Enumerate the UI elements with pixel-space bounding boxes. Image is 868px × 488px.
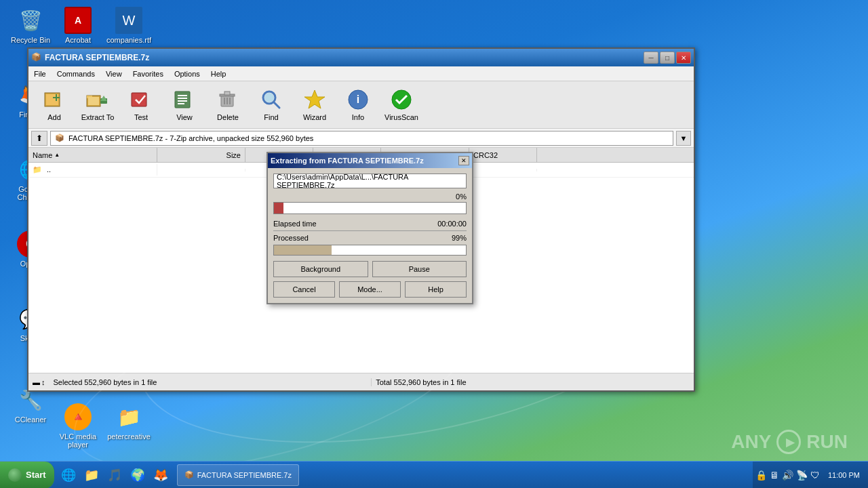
- virusscan-icon: [389, 87, 414, 112]
- 7zip-icon: 📦: [31, 52, 42, 63]
- status-left: Selected 552,960 bytes in 1 file: [50, 378, 372, 386]
- divider-1: [273, 230, 467, 231]
- desktop-icon-vlc[interactable]: 🔺 VLC media player: [54, 403, 102, 449]
- address-dropdown[interactable]: ▼: [676, 131, 691, 146]
- find-icon: [259, 87, 283, 112]
- view-button[interactable]: View: [164, 84, 205, 126]
- menu-commands[interactable]: Commands: [52, 68, 100, 79]
- elapsed-value: 00:00:00: [437, 220, 467, 228]
- help-button[interactable]: Help: [405, 281, 467, 298]
- tray-network-icon[interactable]: 🔒: [755, 470, 767, 481]
- mode-button[interactable]: Mode...: [339, 281, 401, 298]
- extract-to-button[interactable]: Extract To: [77, 84, 118, 126]
- taskbar-item-7zip[interactable]: 📦 FACTURA SEPTIEMBRE.7z: [177, 464, 299, 486]
- svg-text:i: i: [357, 94, 359, 105]
- extract-to-label: Extract To: [81, 113, 115, 121]
- progress-percent-label: 0%: [273, 192, 467, 201]
- svg-rect-9: [132, 93, 146, 106]
- quick-launch: 🌐 📁 🎵 🌍 🦊: [55, 464, 174, 486]
- svg-rect-3: [56, 94, 57, 101]
- vlc-label: VLC media player: [54, 432, 102, 449]
- companies-icon: W: [115, 7, 142, 34]
- desktop-icon-companies[interactable]: W companies.rtf: [105, 7, 153, 44]
- maximize-button[interactable]: □: [660, 52, 675, 64]
- menu-file[interactable]: File: [28, 68, 52, 79]
- desktop-icon-ccleaner[interactable]: 🔧 CCleaner: [7, 386, 54, 424]
- acrobat-icon: A: [64, 7, 92, 34]
- menubar: File Commands View Favorites Options Hel…: [28, 66, 694, 81]
- elapsed-row: Elapsed time 00:00:00: [273, 220, 467, 228]
- svg-rect-6: [88, 97, 99, 105]
- dialog-close-button[interactable]: ✕: [458, 156, 469, 165]
- column-size[interactable]: Size: [157, 148, 245, 162]
- desktop-icon-recycle-bin[interactable]: 🗑️ Recycle Bin: [7, 7, 54, 44]
- minimize-button[interactable]: ─: [644, 52, 658, 64]
- sort-arrow: ▲: [54, 152, 60, 158]
- dialog-buttons-row1: Background Pause: [273, 261, 467, 277]
- acrobat-label: Acrobat: [65, 36, 91, 44]
- extract-to-icon: [85, 87, 110, 112]
- tray-volume-icon[interactable]: 🔊: [782, 470, 793, 481]
- quicklaunch-chrome[interactable]: 🌍: [127, 464, 149, 486]
- taskbar: Start 🌐 📁 🎵 🌍 🦊 📦 FACTURA SEPTIEMBRE.7z …: [0, 461, 868, 488]
- ccleaner-label: CCleaner: [15, 415, 46, 424]
- column-name[interactable]: Name ▲: [28, 148, 157, 162]
- svg-line-23: [274, 102, 279, 108]
- addressbar: ⬆ 📦 FACTURA SEPTIEMBRE.7z - 7-Zip archiv…: [28, 129, 694, 148]
- close-button[interactable]: ✕: [676, 52, 691, 64]
- dialog-titlebar: Extracting from FACTURA SEPTIEMBRE.7z ✕: [268, 153, 472, 168]
- recycle-bin-label: Recycle Bin: [11, 36, 50, 44]
- tray-shield-icon[interactable]: 🛡: [810, 470, 820, 481]
- statusbar: ▬ ↕ Selected 552,960 bytes in 1 file Tot…: [28, 373, 694, 390]
- up-button[interactable]: ⬆: [31, 131, 47, 146]
- tray-monitor-icon[interactable]: 🖥: [770, 470, 779, 481]
- test-button[interactable]: Test: [121, 84, 161, 126]
- recycle-bin-icon: 🗑️: [17, 7, 44, 34]
- pause-button[interactable]: Pause: [372, 261, 467, 277]
- quicklaunch-firefox[interactable]: 🦊: [150, 464, 172, 486]
- watermark-run: RUN: [806, 431, 848, 453]
- view-icon: [172, 87, 197, 112]
- start-label: Start: [26, 470, 46, 480]
- column-crc32[interactable]: CRC32: [469, 148, 537, 162]
- quicklaunch-media[interactable]: 🎵: [104, 464, 125, 486]
- tray-network2-icon[interactable]: 📡: [796, 470, 808, 481]
- address-field[interactable]: 📦 FACTURA SEPTIEMBRE.7z - 7-Zip archive,…: [50, 131, 673, 146]
- processed-bar: [273, 245, 467, 256]
- delete-icon: [216, 87, 240, 112]
- info-label: Info: [352, 113, 364, 121]
- delete-button[interactable]: Delete: [208, 84, 248, 126]
- menu-options[interactable]: Options: [169, 68, 205, 79]
- watermark: ANY ▶ RUN: [731, 430, 848, 454]
- processed-value: 99%: [452, 234, 467, 242]
- status-icons: ▬ ↕: [28, 378, 50, 386]
- find-button[interactable]: Find: [251, 84, 292, 126]
- file-name: 📁 ..: [28, 164, 157, 176]
- quicklaunch-explorer[interactable]: 📁: [81, 464, 102, 486]
- petercreative-label: petercreative: [107, 432, 151, 441]
- quicklaunch-ie[interactable]: 🌐: [58, 464, 79, 486]
- delete-label: Delete: [217, 113, 239, 121]
- processed-bar-fill: [274, 245, 332, 255]
- wizard-button[interactable]: Wizard: [294, 84, 335, 126]
- virusscan-button[interactable]: VirusScan: [381, 84, 422, 126]
- add-button[interactable]: Add: [34, 84, 75, 126]
- elapsed-label: Elapsed time: [273, 220, 317, 228]
- desktop-icon-petercreative[interactable]: 📁 petercreative: [105, 403, 153, 441]
- watermark-play-icon: ▶: [776, 430, 801, 454]
- status-icon-2: ↕: [41, 378, 45, 386]
- test-label: Test: [134, 113, 148, 121]
- desktop-icon-acrobat[interactable]: A Acrobat: [54, 7, 102, 44]
- find-label: Find: [264, 113, 278, 121]
- info-button[interactable]: i Info: [338, 84, 378, 126]
- menu-view[interactable]: View: [100, 68, 127, 79]
- svg-rect-17: [224, 92, 230, 95]
- start-button[interactable]: Start: [0, 462, 55, 489]
- svg-rect-10: [175, 92, 190, 108]
- cancel-button[interactable]: Cancel: [273, 281, 335, 298]
- menu-help[interactable]: Help: [205, 68, 232, 79]
- window-titlebar: 📦 FACTURA SEPTIEMBRE.7z ─ □ ✕: [28, 49, 694, 66]
- menu-favorites[interactable]: Favorites: [127, 68, 169, 79]
- vlc-icon: 🔺: [64, 403, 92, 430]
- background-button[interactable]: Background: [273, 261, 368, 277]
